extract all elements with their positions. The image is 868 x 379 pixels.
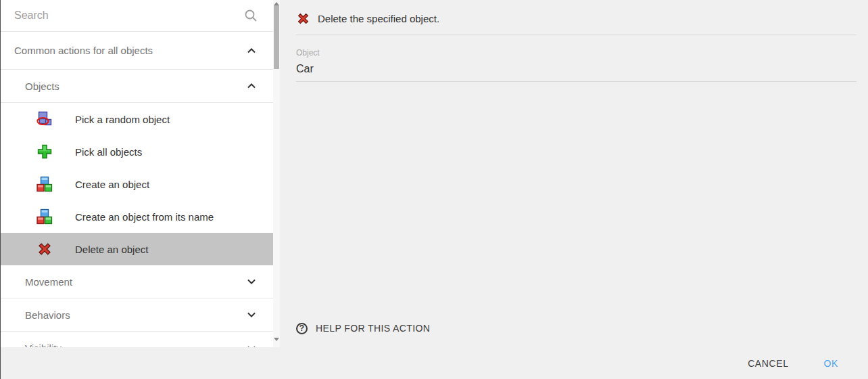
chevron-down-icon — [243, 273, 260, 290]
section-label: Objects — [25, 81, 59, 92]
chevron-up-icon — [243, 78, 260, 94]
section-objects[interactable]: Objects — [1, 70, 273, 103]
section-visibility[interactable]: Visibility — [1, 332, 273, 347]
action-item-create-object-from-name[interactable]: Create an object from its name — [1, 200, 273, 233]
action-item-pick-random-object[interactable]: Pick a random object — [1, 103, 273, 135]
create-object-icon — [36, 175, 53, 193]
chevron-down-icon — [243, 340, 260, 348]
action-item-label: Create an object — [75, 179, 149, 190]
delete-red-x-icon — [296, 12, 310, 26]
left-panel-scrollbar[interactable] — [273, 0, 280, 347]
header-divider — [296, 35, 857, 35]
chevron-down-icon — [243, 307, 260, 323]
create-object-icon — [36, 208, 53, 225]
search-input[interactable] — [14, 9, 243, 22]
section-label: Behaviors — [25, 309, 70, 321]
action-editor-panel: Delete the specified object. Object ? HE… — [280, 0, 868, 347]
delete-object-icon — [36, 240, 53, 258]
section-movement[interactable]: Movement — [1, 265, 273, 298]
section-label: Common actions for all objects — [14, 45, 153, 56]
section-label: Visibility — [25, 342, 62, 347]
pick-all-objects-icon — [36, 143, 53, 160]
cancel-button[interactable]: CANCEL — [737, 353, 799, 374]
chevron-up-icon — [243, 43, 260, 59]
help-circle-icon: ? — [296, 323, 308, 334]
editor-title: Delete the specified object. — [318, 13, 439, 24]
object-field-label: Object — [296, 48, 857, 58]
object-field-input[interactable] — [296, 61, 857, 82]
action-item-label: Pick all objects — [75, 146, 142, 158]
action-item-label: Pick a random object — [75, 114, 170, 125]
action-item-pick-all-objects[interactable]: Pick all objects — [1, 135, 273, 168]
help-button-label: HELP FOR THIS ACTION — [316, 323, 430, 334]
search-bar — [1, 0, 273, 32]
scrollbar-down-arrow-icon[interactable] — [274, 338, 279, 341]
section-behaviors[interactable]: Behaviors — [1, 298, 273, 332]
search-icon — [243, 8, 258, 23]
editor-header: Delete the specified object. — [296, 0, 857, 26]
pick-random-object-icon — [36, 110, 53, 128]
action-item-label: Delete an object — [75, 244, 148, 255]
section-label: Movement — [25, 276, 72, 288]
help-button[interactable]: ? HELP FOR THIS ACTION — [296, 316, 438, 340]
action-list-panel: Common actions for all objects Objects — [1, 0, 280, 347]
action-item-label: Create an object from its name — [75, 211, 214, 223]
dialog-footer: CANCEL OK — [1, 347, 868, 379]
ok-button[interactable]: OK — [813, 353, 849, 374]
object-field: Object — [296, 48, 857, 82]
action-item-create-object[interactable]: Create an object — [1, 168, 273, 200]
action-item-delete-object[interactable]: Delete an object — [1, 233, 273, 265]
section-common-actions[interactable]: Common actions for all objects — [1, 32, 273, 70]
scrollbar-thumb[interactable] — [274, 5, 279, 69]
instruction-editor-dialog: Common actions for all objects Objects — [0, 0, 868, 379]
